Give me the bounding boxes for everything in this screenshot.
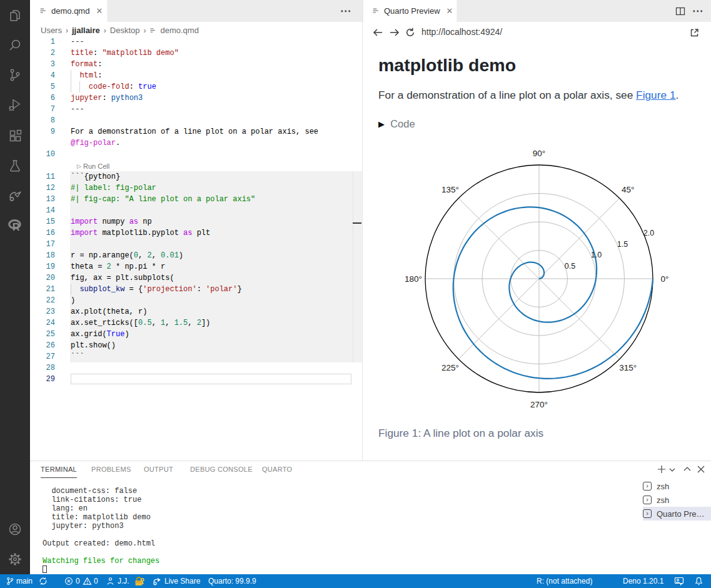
svg-text:0.5: 0.5 [565, 262, 575, 271]
svg-text:1.5: 1.5 [617, 240, 628, 249]
svg-text:R: R [13, 221, 20, 232]
svg-text:270°: 270° [530, 400, 548, 409]
svg-text:0°: 0° [661, 274, 669, 284]
svg-text:45°: 45° [622, 185, 634, 194]
svg-text:225°: 225° [441, 363, 459, 372]
svg-text:135°: 135° [441, 185, 459, 194]
svg-text:315°: 315° [619, 363, 637, 372]
svg-text:1.0: 1.0 [591, 251, 602, 259]
svg-text:90°: 90° [533, 149, 545, 158]
svg-text:180°: 180° [405, 274, 422, 284]
svg-text:2.0: 2.0 [643, 229, 654, 237]
